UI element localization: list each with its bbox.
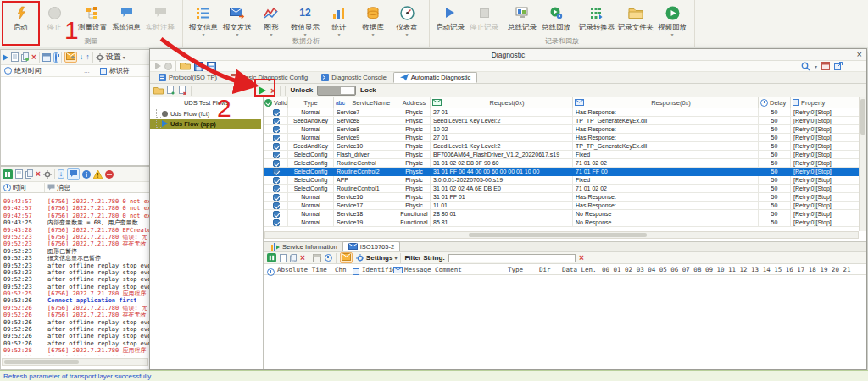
save-as-icon[interactable] [207, 62, 216, 71]
info-icon[interactable] [82, 170, 91, 179]
log-row[interactable]: 09:52:26 [6756] 2022.7.21.780 存在无效 [1, 312, 149, 318]
log-row[interactable]: 09:52:23 after offline replay stop eve [1, 262, 149, 269]
close-icon[interactable]: × [857, 49, 862, 60]
service-row[interactable]: Normal Service9 Physic 27 01 Has Respons… [264, 134, 866, 142]
tab-diagnostic-console[interactable]: Diagnostic Console [314, 72, 393, 83]
clock-icon[interactable] [325, 254, 332, 262]
log-row[interactable]: 09:52:28 [6756] 2022.7.21.780 应用程序 [1, 347, 149, 354]
record-folder-button[interactable]: 记录文件夹 [616, 3, 655, 33]
service-row[interactable]: SeedAndKey Service8 Physic Seed Level:1 … [264, 117, 866, 125]
clear-icon[interactable]: × [31, 53, 36, 62]
remove-flow-icon[interactable] [179, 86, 187, 95]
run-flow-button[interactable] [259, 86, 266, 95]
column-delay[interactable]: Delay [759, 97, 791, 108]
column-property[interactable]: Property [791, 97, 866, 108]
document-icon[interactable] [15, 169, 23, 179]
valid-checkbox[interactable] [273, 185, 280, 192]
scrollbar-thumb[interactable] [860, 99, 865, 135]
diagnostic-titlebar[interactable]: Diagnostic × [150, 49, 866, 61]
log-row[interactable]: 09:52:25 [6756] 2022.7.21.780 应用程序 [1, 290, 149, 297]
valid-checkbox[interactable] [273, 109, 280, 116]
log-row[interactable]: 09:52:26 after offline replay stop eve [1, 340, 149, 347]
column-address[interactable]: Address [398, 97, 431, 108]
stop-record-button[interactable]: 停止记录 [467, 3, 501, 33]
copy-icon[interactable] [290, 254, 297, 262]
statistics-button[interactable]: 统计 ▾ [322, 3, 356, 37]
bus-replay-button[interactable]: 总线回放 [539, 3, 573, 33]
service-row[interactable]: Normal Service18 Functional 28 80 01 No … [264, 210, 866, 218]
log-row[interactable]: 09:52:26 after offline replay stop eve [1, 333, 149, 340]
video-replay-button[interactable]: 视频回放 ▾ [655, 3, 689, 37]
log-row[interactable]: 09:42:57 [6756] 2022.7.21.780 0 not ex [1, 205, 149, 212]
stop-flow-button[interactable]: × [270, 86, 275, 95]
message-info-button[interactable]: 报文信息 ▾ [186, 3, 220, 37]
open-folder-icon[interactable] [180, 62, 191, 70]
column-valid[interactable]: Valid [264, 97, 288, 108]
tab-iso15765-2[interactable]: ISO15765-2 [342, 241, 400, 251]
column-identifier[interactable]: 标识符 [109, 66, 130, 75]
open-folder-icon[interactable] [153, 86, 164, 95]
service-row[interactable]: SelectConfig APP Physic 3.0.0.01-2022070… [264, 176, 866, 185]
log-row[interactable]: 09:43:28 [6756] 2022.7.21.780 EFCreate [1, 227, 149, 234]
valid-checkbox[interactable] [273, 168, 280, 175]
column-type[interactable]: Type [288, 97, 334, 108]
chevron-down-icon[interactable]: ▾ [815, 64, 817, 69]
record-converter-button[interactable]: 记录转换器 [577, 3, 616, 33]
log-row[interactable]: 09:52:26 [6756] 2022.7.21.780 错误: 无 [1, 305, 149, 312]
tab-protocol-isotp[interactable]: Protocol(ISO TP) [152, 72, 224, 83]
log-row[interactable]: 09:52:26 after offline replay stop eve [1, 319, 149, 326]
system-message-button[interactable]: 系统消息 [109, 3, 143, 33]
valid-checkbox[interactable] [273, 194, 280, 201]
log-row[interactable]: 09:52:23 after offline replay stop eve [1, 269, 149, 276]
log-row[interactable]: 09:52:26 after offline replay stop eve [1, 326, 149, 333]
log-row[interactable]: 09:52:23 [6756] 2022.7.21.780 错误: 无 [1, 234, 149, 240]
message-send-button[interactable]: 报文发送 ▾ [220, 3, 254, 37]
tab-service-information[interactable]: Service Information [266, 241, 342, 251]
table-vertical-scrollbar[interactable] [859, 97, 866, 231]
document-icon[interactable] [11, 52, 19, 62]
service-row[interactable]: SelectConfig RoutineControl1 Physic 31 0… [264, 185, 866, 193]
settings-menu[interactable]: 设置 ▾ [96, 52, 125, 63]
log-row[interactable]: 09:42:57 [6756] 2022.7.21.780 0 not ex [1, 213, 149, 219]
start-record-button[interactable]: 启动记录 [433, 3, 467, 33]
comment-toggle[interactable] [67, 168, 80, 180]
log-row[interactable]: 09:52:23 报文信息显示已暂停 [1, 255, 149, 262]
log-horizontal-scrollbar[interactable] [2, 358, 148, 366]
copy-icon[interactable] [21, 52, 29, 62]
pause-icon[interactable] [267, 253, 276, 262]
window-icon[interactable] [313, 254, 321, 262]
column-request[interactable]: Request(0x) [431, 97, 573, 108]
document-icon[interactable] [280, 254, 287, 262]
add-flow-icon[interactable] [167, 86, 175, 95]
gear-icon[interactable] [43, 170, 52, 179]
tab-automatic-diagnostic[interactable]: Automatic Diagnostic [393, 72, 477, 83]
service-row[interactable]: Normal Service17 Physic 11 01 Has Respon… [264, 202, 866, 210]
log-row[interactable]: 09:52:28 [6756] 2022.7.21.780 Connect [1, 355, 149, 356]
bus-record-button[interactable]: 总线记录 [505, 3, 539, 33]
clock-toggle[interactable] [53, 52, 58, 63]
clear-icon[interactable]: × [300, 254, 305, 262]
warning-icon[interactable] [93, 170, 103, 179]
play-disabled-icon[interactable] [155, 63, 161, 69]
numeric-display-button[interactable]: 12 数值显示 ▾ [288, 3, 322, 37]
service-row[interactable]: Normal Service19 Functional 85 81 No Res… [264, 218, 866, 227]
window-icon[interactable] [42, 53, 51, 62]
service-row[interactable]: SelectConfig Flash_driver Physic BF7006A… [264, 151, 866, 159]
valid-checkbox[interactable] [273, 219, 280, 226]
valid-checkbox[interactable] [273, 143, 280, 150]
scrollbar-thumb[interactable] [469, 233, 647, 237]
scroll-down-toggle[interactable]: ↓ [58, 169, 65, 179]
valid-checkbox[interactable] [273, 126, 280, 133]
start-button[interactable]: 启动 [3, 3, 37, 33]
tree-item-uds-flow-app[interactable]: Uds Flow (app) [150, 119, 261, 129]
log-row[interactable]: 09:43:25 内部变量数量 = 68, 用户变量数 [1, 219, 149, 226]
table-horizontal-scrollbar[interactable] [264, 231, 859, 239]
mail-filter-icon[interactable] [340, 252, 353, 263]
record-disabled-icon[interactable] [164, 63, 172, 70]
service-row[interactable]: SelectConfig RoutineControl2 Physic 31 0… [264, 168, 866, 176]
log-row[interactable]: 09:52:26 Connect application first [1, 297, 149, 304]
tree-item-uds-flow-fct[interactable]: Uds Flow (fct) [150, 108, 263, 119]
filter-input[interactable] [448, 254, 576, 262]
settings-menu[interactable]: Settings ▾ [356, 254, 398, 262]
gauge-button[interactable]: 仪表盘 ▾ [390, 3, 424, 37]
